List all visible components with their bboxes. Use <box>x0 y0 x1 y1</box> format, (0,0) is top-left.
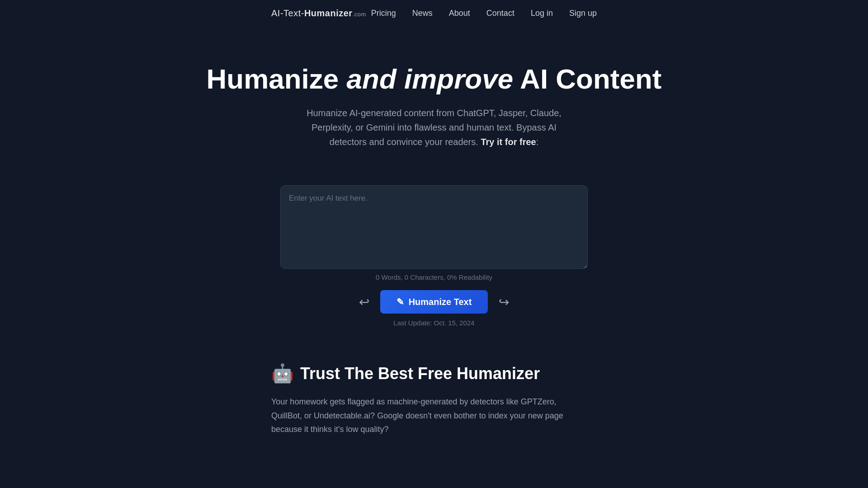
trust-title: 🤖 Trust The Best Free Humanizer <box>271 363 597 384</box>
word-char-readability-stats: 0 Words, 0 Characters, 0% Readability <box>376 273 492 281</box>
trust-heading: Trust The Best Free Humanizer <box>300 364 540 383</box>
hero-subtitle: Humanize AI-generated content from ChatG… <box>298 106 570 149</box>
right-arrow-icon: ↪ <box>499 295 509 310</box>
nav-contact[interactable]: Contact <box>486 9 514 18</box>
nav-pricing[interactable]: Pricing <box>371 9 396 18</box>
hero-title: Humanize and improve AI Content <box>9 63 859 95</box>
nav-news[interactable]: News <box>412 9 433 18</box>
hero-try-free: Try it for free <box>481 137 536 147</box>
last-update: Last Update: Oct. 15, 2024 <box>393 319 474 327</box>
ai-text-input[interactable] <box>280 185 588 269</box>
logo[interactable]: AI-Text-Humanizer.com <box>271 8 366 19</box>
button-row: ↩ ✎ Humanize Text ↪ <box>359 290 509 314</box>
trust-body: Your homework gets flagged as machine-ge… <box>271 395 579 436</box>
wand-icon: ✎ <box>396 296 404 307</box>
input-section: 0 Words, 0 Characters, 0% Readability ↩ … <box>0 172 868 327</box>
nav-signup[interactable]: Sign up <box>569 9 597 18</box>
humanize-button-label: Humanize Text <box>409 297 472 307</box>
hero-section: Humanize and improve AI Content Humanize… <box>0 27 868 172</box>
nav-login[interactable]: Log in <box>531 9 553 18</box>
humanize-button[interactable]: ✎ Humanize Text <box>380 290 488 314</box>
hero-colon: : <box>536 137 539 147</box>
nav-about[interactable]: About <box>449 9 470 18</box>
logo-dot: .com <box>353 11 366 18</box>
left-arrow-icon: ↩ <box>359 295 369 310</box>
last-update-text: Last Update: Oct. 15, 2024 <box>393 319 474 327</box>
logo-suffix: Humanizer <box>304 8 353 18</box>
logo-prefix: AI-Text- <box>271 8 304 18</box>
trust-section: 🤖 Trust The Best Free Humanizer Your hom… <box>0 327 868 455</box>
hero-title-italic: and improve <box>347 63 514 94</box>
hero-title-part1: Humanize <box>206 63 346 94</box>
robot-icon: 🤖 <box>271 363 294 384</box>
main-nav: Pricing News About Contact Log in Sign u… <box>371 9 597 18</box>
stats-bar: 0 Words, 0 Characters, 0% Readability <box>376 273 492 281</box>
site-header: AI-Text-Humanizer.com Pricing News About… <box>0 0 868 27</box>
hero-title-part2: AI Content <box>513 63 661 94</box>
